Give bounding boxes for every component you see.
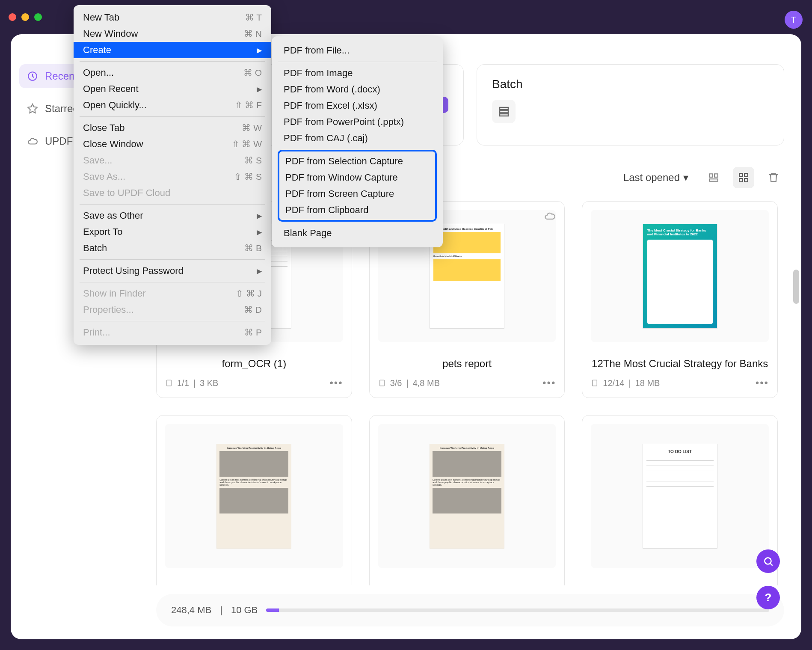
submenu-item-pdf-from-file-[interactable]: PDF from File... — [272, 42, 443, 59]
avatar[interactable]: T — [785, 11, 803, 29]
menu-shortcut: ⌘ W — [242, 123, 262, 133]
menu-item-label: Batch — [83, 243, 107, 254]
doc-thumbnail: The Most Crucial Strategy for Banks and … — [591, 210, 769, 342]
more-button[interactable]: ••• — [329, 377, 343, 389]
menu-item-label: Open Recent — [83, 83, 139, 95]
divider: | — [193, 378, 196, 388]
doc-name — [378, 576, 556, 585]
menu-divider — [80, 61, 265, 62]
submenu-item-pdf-from-image[interactable]: PDF from Image — [272, 65, 443, 81]
svg-point-14 — [765, 558, 771, 564]
menu-item-save-: Save...⌘ S — [74, 152, 271, 169]
menu-shortcut: ⌘ N — [244, 29, 262, 39]
menu-item-label: Save to UPDF Cloud — [83, 187, 170, 199]
trash-button[interactable] — [763, 167, 784, 188]
window-zoom-button[interactable] — [34, 13, 42, 21]
submenu-item-pdf-from-powerpoint-pptx-[interactable]: PDF from PowerPoint (.pptx) — [272, 114, 443, 130]
menu-item-print-: Print...⌘ P — [74, 324, 271, 341]
svg-rect-3 — [500, 114, 508, 116]
menu-shortcut: ⌘ D — [244, 305, 262, 315]
menu-item-show-in-finder: Show in Finder⇧ ⌘ J — [74, 285, 271, 302]
svg-rect-9 — [739, 178, 743, 182]
menu-item-create[interactable]: Create▶ — [74, 42, 271, 58]
menu-item-close-tab[interactable]: Close Tab⌘ W — [74, 120, 271, 136]
menu-item-label: New Window — [83, 28, 138, 39]
menu-item-protect-using-password[interactable]: Protect Using Password▶ — [74, 263, 271, 279]
document-card[interactable]: The Most Crucial Strategy for Banks and … — [582, 201, 778, 398]
more-button[interactable]: ••• — [756, 377, 769, 389]
star-icon — [27, 103, 38, 114]
sort-label: Last opened — [623, 172, 680, 184]
menu-item-batch[interactable]: Batch⌘ B — [74, 240, 271, 256]
submenu-item-pdf-from-word-docx-[interactable]: PDF from Word (.docx) — [272, 81, 443, 98]
svg-rect-1 — [500, 107, 508, 110]
menu-divider — [278, 62, 437, 62]
submenu-item-pdf-from-window-capture[interactable]: PDF from Window Capture — [279, 169, 435, 186]
menu-item-label: Close Window — [83, 139, 143, 150]
svg-rect-8 — [744, 173, 748, 177]
document-card[interactable]: TO DO LIST — [582, 415, 778, 585]
svg-rect-6 — [709, 179, 718, 181]
menu-item-save-as-other[interactable]: Save as Other▶ — [74, 208, 271, 224]
submenu-item-pdf-from-excel-xlsx-[interactable]: PDF from Excel (.xlsx) — [272, 98, 443, 114]
svg-rect-7 — [739, 173, 743, 177]
window-minimize-button[interactable] — [21, 13, 29, 21]
menu-item-open-[interactable]: Open...⌘ O — [74, 65, 271, 81]
menu-item-close-window[interactable]: Close Window⇧ ⌘ W — [74, 136, 271, 152]
svg-rect-10 — [744, 178, 748, 182]
page-icon — [378, 379, 386, 387]
menu-item-label: Save as Other — [83, 210, 143, 221]
divider: | — [220, 605, 222, 616]
menu-item-properties-: Properties...⌘ D — [74, 302, 271, 318]
page-icon — [591, 379, 599, 387]
menu-shortcut: ⌘ S — [244, 155, 262, 166]
doc-size: 4,8 MB — [413, 378, 440, 388]
menu-item-label: Save As... — [83, 171, 125, 182]
sort-select[interactable]: Last opened ▾ — [617, 168, 694, 187]
more-button[interactable]: ••• — [542, 377, 556, 389]
menu-item-export-to[interactable]: Export To▶ — [74, 224, 271, 240]
menu-item-new-window[interactable]: New Window⌘ N — [74, 26, 271, 42]
scrollbar-thumb[interactable] — [793, 270, 799, 304]
menu-item-open-recent[interactable]: Open Recent▶ — [74, 81, 271, 97]
submenu-item-pdf-from-caj-caj-[interactable]: PDF from CAJ (.caj) — [272, 130, 443, 146]
menu-item-new-tab[interactable]: New Tab⌘ T — [74, 9, 271, 26]
submenu-item-pdf-from-clipboard[interactable]: PDF from Clipboard — [279, 202, 435, 218]
menu-shortcut: ⇧ ⌘ S — [234, 172, 262, 182]
menu-item-open-quickly-[interactable]: Open Quickly...⇧ ⌘ F — [74, 97, 271, 113]
top-card-batch[interactable]: Batch — [477, 64, 784, 145]
doc-name: form_OCR (1) — [165, 350, 343, 377]
svg-rect-5 — [714, 174, 718, 177]
storage-progress — [266, 608, 769, 612]
svg-rect-13 — [593, 380, 597, 386]
doc-size: 3 KB — [200, 378, 218, 388]
menu-shortcut: ⌘ O — [243, 68, 262, 78]
submenu-item-blank-page[interactable]: Blank Page — [272, 225, 443, 241]
doc-name — [591, 576, 769, 585]
submenu-highlight-box: PDF from Selection CapturePDF from Windo… — [278, 150, 437, 222]
submenu-item-pdf-from-selection-capture[interactable]: PDF from Selection Capture — [279, 153, 435, 169]
divider: | — [628, 378, 631, 388]
create-submenu: PDF from File...PDF from ImagePDF from W… — [272, 36, 443, 247]
doc-thumbnail: TO DO LIST — [591, 424, 769, 568]
menu-shortcut: ⇧ ⌘ W — [232, 139, 262, 149]
sidebar-item-label: Recent — [45, 70, 77, 82]
search-button[interactable] — [756, 549, 780, 573]
help-button[interactable]: ? — [756, 586, 780, 609]
divider: | — [406, 378, 408, 388]
doc-pages: 12/14 — [603, 378, 624, 388]
doc-pages: 3/6 — [390, 378, 402, 388]
submenu-item-pdf-from-screen-capture[interactable]: PDF from Screen Capture — [279, 186, 435, 202]
document-card[interactable]: Improve Working Productivity in Using Ap… — [369, 415, 565, 585]
window-close-button[interactable] — [9, 13, 16, 21]
menu-item-label: Create — [83, 45, 111, 56]
menu-divider — [80, 204, 265, 205]
chevron-down-icon: ▾ — [683, 172, 688, 184]
document-card[interactable]: Improve Working Productivity in Using Ap… — [156, 415, 352, 585]
view-grid-button[interactable] — [733, 167, 754, 188]
doc-pages: 1/1 — [177, 378, 189, 388]
file-menu: New Tab⌘ TNew Window⌘ NCreate▶Open...⌘ O… — [74, 5, 271, 345]
menu-shortcut: ⌘ B — [244, 243, 262, 253]
menu-divider — [80, 116, 265, 117]
view-list-button[interactable] — [703, 167, 724, 188]
